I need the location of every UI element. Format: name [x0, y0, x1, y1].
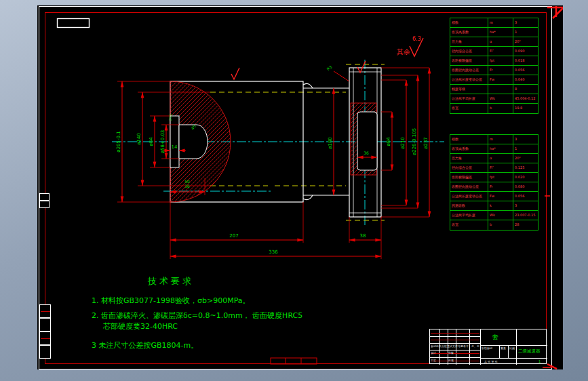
gear-table-row: 模数m3: [450, 135, 538, 144]
param-symbol: Fr: [488, 182, 513, 191]
param-label: 齿顶高系数: [450, 144, 488, 153]
title-block-header-cell: 更改文件号: [447, 344, 460, 348]
gear-table-row: 精度等级8: [450, 85, 538, 94]
tech-requirement-2b: 芯部硬度要32-40HRC: [103, 321, 178, 332]
dim-left-length: 207: [229, 233, 238, 239]
dim-hub-dia: ø180: [328, 137, 333, 149]
param-value: 23.007-0.15: [513, 211, 536, 220]
param-label: 齿宽: [450, 220, 488, 230]
drawing-canvas[interactable]: ø205-0.1 ø140 ø84 ø58+0.03 14 50 36 2X1 …: [37, 5, 563, 369]
dimension-lines: [122, 68, 429, 256]
param-value: 0.056: [513, 192, 536, 201]
title-block-line: [430, 350, 480, 350]
gear-table-row: 齿距极限偏差fpt0.018: [450, 56, 538, 66]
title-block-role-approve: 批准: [448, 359, 454, 362]
title-block-line: [480, 345, 516, 346]
title-block-header-cell: 签名: [460, 344, 466, 348]
dim-cbore-dia: ø84: [149, 137, 154, 146]
side-signature-cell: [39, 318, 51, 332]
dim-right-length: 38: [360, 233, 366, 239]
param-value: 1: [513, 28, 536, 37]
dim-mid-dia: ø140: [136, 133, 142, 145]
param-symbol: ha*: [488, 28, 513, 37]
dim-len50: 50: [184, 179, 190, 184]
title-block-assembly-name: 二级减速器: [518, 348, 541, 355]
tech-requirement-1: 1. 材料按GB3077-1998验收，σb>900MPa。: [92, 296, 250, 306]
param-symbol: α: [488, 154, 513, 163]
side-signature-cell: [39, 304, 51, 318]
title-block-stage-label: 阶段标记: [482, 346, 492, 350]
param-symbol: ha*: [488, 144, 513, 153]
title-block-line: [480, 358, 547, 359]
gear-table-bottom: 模数m3齿顶高系数ha*1压力角α20°径向综合公差Fi″0.125齿距极限偏差…: [450, 134, 538, 230]
param-value: 45.004-0.12: [513, 94, 536, 103]
param-value: 3: [513, 18, 536, 27]
dim-fillet: R3: [326, 64, 333, 72]
param-symbol: m: [488, 18, 513, 27]
param-symbol: Fi″: [488, 163, 513, 172]
gear-table-row: 压力角α20°: [450, 37, 538, 47]
dim-right-bore: ø84: [386, 137, 391, 146]
fold-mark-box: [271, 358, 317, 364]
param-label: 齿圈径向跳动公差: [450, 182, 488, 191]
title-block-role-design: 设计: [431, 351, 436, 355]
param-label: 径向综合公差: [450, 163, 488, 172]
param-value: 3: [513, 135, 536, 144]
param-value: 3: [513, 201, 536, 210]
param-label: 模数: [450, 18, 488, 27]
side-mark-cell: [39, 201, 50, 208]
param-symbol: b: [488, 220, 513, 230]
param-value: 0.018: [513, 56, 536, 65]
param-symbol: Wk: [488, 211, 513, 220]
param-label: 齿距极限偏差: [450, 56, 488, 65]
dim-bore-dia: ø58+0.03: [160, 130, 165, 154]
right-part-bore: [357, 112, 377, 170]
param-value: 19.8: [513, 104, 536, 113]
gear-table-row: 公法线平均长度Wk45.004-0.12: [450, 94, 538, 104]
param-label: 公法线长度变动公差: [450, 75, 488, 84]
extension-lines: [117, 68, 429, 259]
param-label: 压力角: [450, 37, 488, 46]
gear-table-row: 齿圈径向跳动公差Fr0.080: [450, 182, 538, 192]
gear-table-row: 模数m3: [450, 18, 538, 28]
param-value: 0.056: [513, 66, 536, 75]
param-symbol: Fi″: [488, 47, 513, 56]
side-mark-cell: [39, 193, 50, 201]
param-symbol: fpt: [488, 173, 513, 182]
param-value: 1: [513, 144, 536, 153]
gear-table-row: 公法线长度变动公差Fw0.056: [450, 192, 538, 201]
param-value: 0.080: [513, 182, 536, 191]
title-block-header-cell: 标记: [431, 344, 436, 348]
title-block-header-cell: 处数: [436, 344, 442, 348]
param-symbol: m: [488, 135, 513, 144]
gear-table-row: 齿顶高系数ha*1: [450, 144, 538, 154]
title-block-line: [508, 345, 509, 358]
param-label: 模数: [450, 135, 488, 144]
title-block-line: [516, 345, 547, 346]
title-block-header-row: 标记处数分区更改文件号签名年、月、日: [431, 344, 479, 348]
param-value: 28: [513, 220, 536, 230]
gear-table-row: 公法线长度变动公差Fw0.040: [450, 75, 538, 85]
title-block-role-process: 工艺: [431, 359, 436, 362]
param-symbol: b: [488, 104, 513, 113]
param-symbol: α: [488, 37, 513, 46]
gear-table-top: 模数m3齿顶高系数ha*1压力角α20°径向综合公差Fi″0.090齿距极限偏差…: [450, 18, 538, 114]
title-block-line: [430, 336, 480, 337]
title-block-divider: [516, 329, 517, 365]
title-block-header-cell: 年、月、日: [466, 344, 479, 348]
frame-corner-marks: [543, 6, 563, 369]
title-block-red-line: [431, 361, 479, 361]
gear-table-row: 径向综合公差Fi″0.125: [450, 163, 538, 173]
param-value: 0.125: [513, 163, 536, 172]
gear-table-row: 径向综合公差Fi″0.090: [450, 47, 538, 56]
gear-table-row: 压力角α20°: [450, 154, 538, 163]
dim-hub-width: 36: [364, 151, 369, 155]
side-signature-cell: [39, 332, 51, 345]
param-value: 8: [513, 85, 536, 94]
dim-total-length: 336: [269, 249, 278, 255]
dim-ref-dia: ø226-0.105: [412, 128, 417, 155]
title-block-red-line: [431, 353, 479, 354]
gear-table-row: 齿宽b28: [450, 220, 538, 230]
title-block-page-no: 1: [538, 359, 541, 363]
dim-outer-dia: ø205-0.1: [116, 131, 121, 152]
